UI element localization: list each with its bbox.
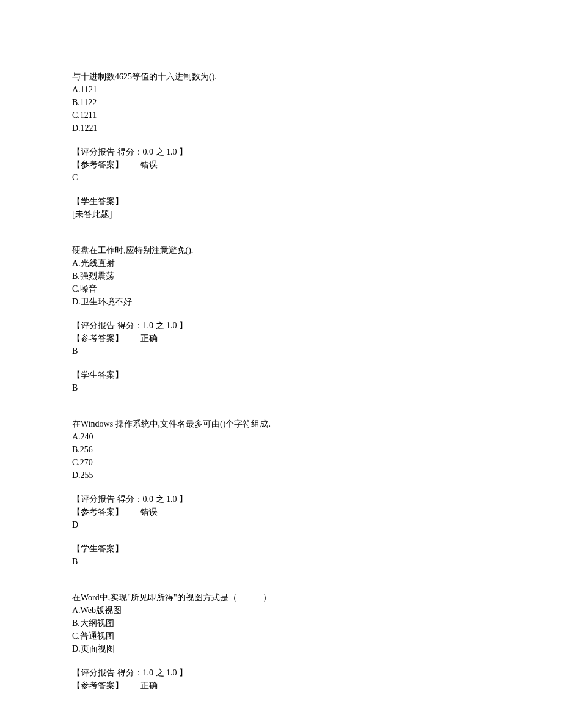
question-3: 在Windows 操作系统中,文件名最多可由()个字符组成. A.240 B.2…: [72, 417, 490, 568]
score-report: 【评分报告 得分：1.0 之 1.0 】: [72, 666, 490, 679]
ref-status: 正确: [140, 681, 158, 690]
ref-status: 错误: [140, 160, 158, 169]
ref-status: 正确: [140, 334, 158, 343]
reference-answer-value: D: [72, 518, 490, 531]
option-d: D.1221: [72, 122, 490, 134]
question-2: 硬盘在工作时,应特别注意避免(). A.光线直射 B.强烈震荡 C.噪音 D.卫…: [72, 244, 490, 394]
option-c: C.噪音: [72, 282, 490, 295]
score-report: 【评分报告 得分：0.0 之 1.0 】: [72, 493, 490, 506]
reference-answer-line: 【参考答案】 正确: [72, 679, 490, 692]
student-answer-label: 【学生答案】: [72, 195, 490, 208]
student-answer-label: 【学生答案】: [72, 542, 490, 555]
option-a: A.光线直射: [72, 257, 490, 270]
reference-answer-value: C: [72, 171, 490, 184]
option-b: B.1122: [72, 96, 490, 109]
student-answer-value: [未答此题]: [72, 208, 490, 221]
question-stem: 与十进制数4625等值的十六进制数为().: [72, 70, 490, 83]
option-b: B.256: [72, 443, 490, 456]
score-report: 【评分报告 得分：0.0 之 1.0 】: [72, 145, 490, 158]
reference-answer-value: B: [72, 345, 490, 358]
option-a: A.240: [72, 430, 490, 443]
option-d: D.255: [72, 469, 490, 482]
ref-status: 错误: [140, 507, 158, 517]
score-report: 【评分报告 得分：1.0 之 1.0 】: [72, 319, 490, 332]
ref-label: 【参考答案】: [72, 334, 123, 343]
reference-answer-line: 【参考答案】 错误: [72, 158, 490, 171]
student-answer-value: B: [72, 381, 490, 394]
option-c: C.1211: [72, 109, 490, 122]
question-stem: 在Word中,实现"所见即所得"的视图方式是（ ）: [72, 591, 490, 604]
option-c: C.270: [72, 456, 490, 469]
option-c: C.普通视图: [72, 630, 490, 642]
option-b: B.大纲视图: [72, 617, 490, 630]
ref-label: 【参考答案】: [72, 681, 123, 690]
option-a: A.1121: [72, 83, 490, 96]
option-b: B.强烈震荡: [72, 270, 490, 282]
reference-answer-line: 【参考答案】 正确: [72, 332, 490, 345]
question-stem: 硬盘在工作时,应特别注意避免().: [72, 244, 490, 257]
reference-answer-line: 【参考答案】 错误: [72, 506, 490, 518]
question-1: 与十进制数4625等值的十六进制数为(). A.1121 B.1122 C.12…: [72, 70, 490, 221]
ref-label: 【参考答案】: [72, 507, 123, 517]
option-d: D.卫生环境不好: [72, 295, 490, 308]
page-content: 与十进制数4625等值的十六进制数为(). A.1121 B.1122 C.12…: [0, 0, 562, 728]
question-stem: 在Windows 操作系统中,文件名最多可由()个字符组成.: [72, 417, 490, 430]
option-a: A.Web版视图: [72, 604, 490, 617]
question-4: 在Word中,实现"所见即所得"的视图方式是（ ） A.Web版视图 B.大纲视…: [72, 591, 490, 692]
option-d: D.页面视图: [72, 642, 490, 655]
ref-label: 【参考答案】: [72, 160, 123, 169]
student-answer-value: B: [72, 555, 490, 568]
student-answer-label: 【学生答案】: [72, 369, 490, 381]
